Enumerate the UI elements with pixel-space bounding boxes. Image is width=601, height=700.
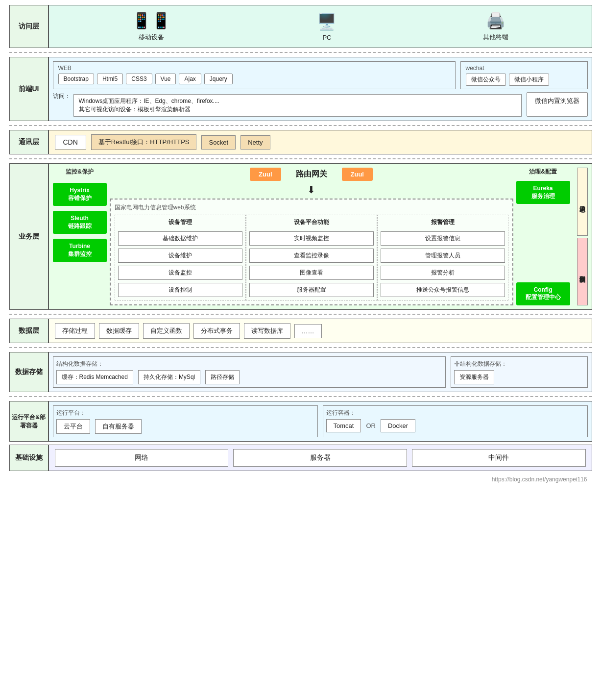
tag-vue: Vue <box>155 74 176 84</box>
gateway-col: Zuul 路由网关 Zuul ⬇ 国家电网电力信息管理web系统 设备管理 基础… <box>110 168 513 305</box>
tag-jquery: Jquery <box>204 74 233 84</box>
service-cols: 设备管理 基础数据维护 设备维护 设备监控 设备控制 设备平台功能 实时视频监控… <box>115 215 508 300</box>
gateway-top: Zuul 路由网关 Zuul <box>110 168 513 181</box>
access-note: Windows桌面应用程序：IE、Edg、chrome、firefox.... … <box>73 94 522 117</box>
infra-middleware: 中间件 <box>412 449 586 467</box>
other-icon: 🖨️ <box>486 11 505 30</box>
frontend-bottom: 访问： Windows桌面应用程序：IE、Edg、chrome、firefox.… <box>53 92 588 117</box>
access-content: 📱📱 移动设备 🖥️ PC 🖨️ 其他终端 <box>48 5 592 48</box>
datastorage-label: 数据存储 <box>9 352 48 392</box>
comm-layer: 通讯层 CDN 基于Restful接口：HTTP/HTTPS Socket Ne… <box>9 130 592 154</box>
col1-title: 设备管理 <box>118 218 242 226</box>
tag-bootstrap: Bootstrap <box>58 74 94 84</box>
cdn-box: CDN <box>55 135 86 150</box>
socket-box: Socket <box>201 135 236 150</box>
hystrix-btn: Hystrix容错保护 <box>53 183 107 206</box>
access-note-text2: 其它可视化访问设备：模板引擎渲染解析器 <box>79 106 191 113</box>
divider-1 <box>9 52 592 53</box>
auth-label: 权限控制 <box>577 238 588 306</box>
col3-item1: 设置报警信息 <box>381 231 505 246</box>
access-note-text1: Windows桌面应用程序：IE、Edg、chrome、firefox.... <box>79 98 219 104</box>
or-text: OR <box>366 422 376 429</box>
col3-item4: 推送公众号报警信息 <box>381 283 505 297</box>
structured-title: 结构化数据存储： <box>56 360 442 368</box>
data-content: 存储过程 数据缓存 自定义函数 分布式事务 读写数据库 …… <box>48 319 592 343</box>
log-label: 日志记录 <box>577 168 588 236</box>
col2-item4: 服务器配置 <box>249 283 374 297</box>
business-content: 监控&保护 Hystrix容错保护 Sleuth链路跟踪 Turbine集群监控… <box>48 163 592 310</box>
col3-item2: 管理报警人员 <box>381 249 505 263</box>
governance-col: 治理&配置 Eureka服务治理 Config配置管理中心 <box>516 168 570 305</box>
persist-item: 持久化存储：MySql <box>138 370 200 384</box>
device-other: 🖨️ 其他终端 <box>483 11 508 42</box>
monitor-label: 监控&保护 <box>53 168 107 176</box>
col1-item2: 设备维护 <box>118 249 242 263</box>
storage-structured: 结构化数据存储： 缓存：Redis Memcached 持久化存储：MySql … <box>53 356 446 388</box>
platform-items: 云平台 自有服务器 <box>56 419 314 434</box>
frontend-top: WEB Bootstrap Html5 CSS3 Vue Ajax Jquery… <box>53 61 588 89</box>
divider-5 <box>9 347 592 348</box>
frontend-content: WEB Bootstrap Html5 CSS3 Vue Ajax Jquery… <box>48 57 592 121</box>
runtime-platform: 运行平台： 云平台 自有服务器 <box>53 405 318 437</box>
frontend-wechat: wechat 微信公众号 微信小程序 <box>460 61 588 89</box>
container-title: 运行容器： <box>326 409 584 417</box>
system-box: 国家电网电力信息管理web系统 设备管理 基础数据维护 设备维护 设备监控 设备… <box>110 199 513 305</box>
restful-box: 基于Restful接口：HTTP/HTTPS <box>91 134 197 150</box>
infra-content: 网络 服务器 中间件 <box>48 445 592 471</box>
col3-item3: 报警分析 <box>381 266 505 280</box>
access-layer: 访问层 📱📱 移动设备 🖥️ PC 🖨️ 其他终端 <box>9 5 592 48</box>
data-layer: 数据层 存储过程 数据缓存 自定义函数 分布式事务 读写数据库 …… <box>9 319 592 343</box>
resource-item: 资源服务器 <box>454 370 494 384</box>
device-pc: 🖥️ PC <box>317 12 337 41</box>
mobile-icon: 📱📱 <box>132 11 171 30</box>
datastorage-content: 结构化数据存储： 缓存：Redis Memcached 持久化存储：MySql … <box>48 352 592 392</box>
service-col-platform: 设备平台功能 实时视频监控 查看监控录像 图像查看 服务器配置 <box>246 215 377 300</box>
data-item-stored-proc: 存储过程 <box>55 323 95 339</box>
gateway-title: 路由网关 <box>296 169 327 179</box>
web-tags: Bootstrap Html5 CSS3 Vue Ajax Jquery <box>58 74 450 84</box>
docker-item: Docker <box>381 419 415 432</box>
governance-label: 治理&配置 <box>516 168 570 176</box>
col2-item2: 查看监控录像 <box>249 249 374 263</box>
col1-item1: 基础数据维护 <box>118 231 242 246</box>
frontend-web: WEB Bootstrap Html5 CSS3 Vue Ajax Jquery <box>53 61 456 89</box>
infra-server: 服务器 <box>233 449 407 467</box>
zuul-left: Zuul <box>250 168 281 181</box>
comm-content: CDN 基于Restful接口：HTTP/HTTPS Socket Netty <box>48 130 592 154</box>
frontend-label: 前端UI <box>9 57 48 121</box>
data-item-distributed-tx: 分布式事务 <box>193 323 240 339</box>
data-item-more: …… <box>294 324 322 338</box>
device-other-label: 其他终端 <box>483 33 508 42</box>
divider-2 <box>9 125 592 126</box>
eureka-btn: Eureka服务治理 <box>516 181 570 204</box>
tomcat-item: Tomcat <box>326 419 361 432</box>
tag-wechat-mini: 微信小程序 <box>509 74 549 86</box>
arrow-down-gateway: ⬇ <box>110 184 513 196</box>
monitor-col: 监控&保护 Hystrix容错保护 Sleuth链路跟踪 Turbine集群监控 <box>53 168 107 305</box>
turbine-btn: Turbine集群监控 <box>53 239 107 262</box>
col1-item4: 设备控制 <box>118 283 242 297</box>
unstructured-title: 非结构化数据存储： <box>454 360 584 368</box>
web-title: WEB <box>58 65 450 72</box>
cache-item: 缓存：Redis Memcached <box>56 370 133 384</box>
divider-4 <box>9 314 592 315</box>
sleuth-btn: Sleuth链路跟踪 <box>53 211 107 234</box>
tag-html5: Html5 <box>97 74 123 84</box>
platform-title: 运行平台： <box>56 409 314 417</box>
structured-items: 缓存：Redis Memcached 持久化存储：MySql 路径存储 <box>56 370 442 384</box>
col2-item3: 图像查看 <box>249 266 374 280</box>
col3-title: 报警管理 <box>381 218 505 226</box>
divider-3 <box>9 158 592 159</box>
runtime-inner: 运行平台： 云平台 自有服务器 运行容器： Tomcat OR Docker <box>53 405 588 437</box>
wechat-title: wechat <box>466 65 582 72</box>
netty-box: Netty <box>240 135 270 150</box>
access-note-label: 访问： <box>53 92 71 100</box>
data-item-custom-func: 自定义函数 <box>143 323 190 339</box>
pc-icon: 🖥️ <box>317 12 337 31</box>
wechat-tags: 微信公众号 微信小程序 <box>466 74 582 86</box>
zuul-right: Zuul <box>342 168 373 181</box>
tag-wechat-official: 微信公众号 <box>466 74 506 86</box>
device-mobile-label: 移动设备 <box>139 33 164 42</box>
footer-url: https://blog.csdn.net/yangwenpei116 <box>492 476 587 483</box>
service-col-alarm: 报警管理 设置报警信息 管理报警人员 报警分析 推送公众号报警信息 <box>377 215 508 300</box>
